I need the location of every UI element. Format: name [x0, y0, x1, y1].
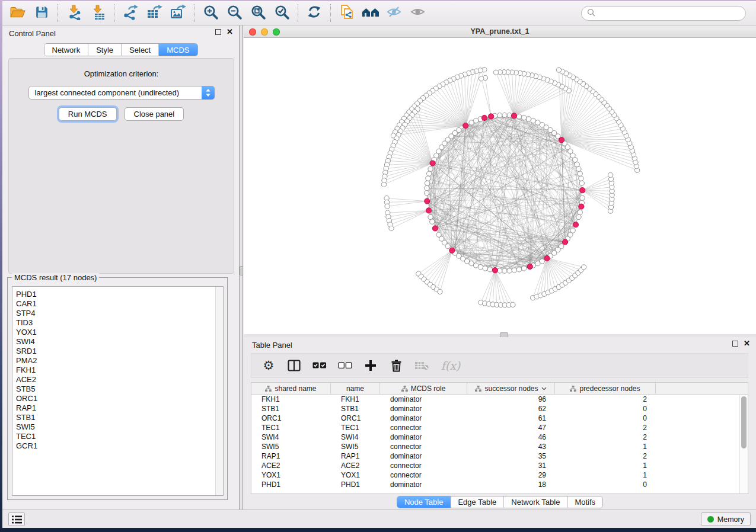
import-table-button[interactable]	[86, 3, 110, 23]
selected-option-label: largest connected component (undirected)	[35, 88, 180, 97]
function-builder-icon[interactable]: f(x)	[439, 358, 462, 373]
tab-style[interactable]: Style	[88, 44, 122, 56]
column-header-successor-nodes[interactable]: successor nodes	[467, 383, 555, 394]
add-icon[interactable]	[363, 358, 378, 373]
column-header-shared-name[interactable]: shared name	[251, 383, 331, 394]
refresh-icon	[307, 4, 322, 22]
mcds-result-item[interactable]: CAR1	[16, 299, 223, 309]
table-panel: Table Panel ✕ ⚙	[244, 337, 756, 509]
export-network-icon	[122, 4, 139, 23]
import-network-button[interactable]	[62, 3, 86, 23]
mcds-result-item[interactable]: PMA2	[16, 356, 223, 366]
duplicate-network-button[interactable]	[335, 3, 359, 23]
memory-button[interactable]: Memory	[701, 512, 751, 526]
close-panel-button[interactable]: Close panel	[125, 107, 184, 121]
mcds-result-item[interactable]: ACE2	[16, 375, 223, 384]
tab-mcds[interactable]: MCDS	[159, 44, 197, 56]
vertical-splitter-handle[interactable]	[240, 266, 243, 275]
table-row[interactable]: ORC1 ORC1 dominator 61 0	[251, 414, 748, 423]
table-row[interactable]: YOX1 YOX1 connector 29 1	[251, 470, 748, 480]
zoom-out-button[interactable]	[222, 3, 246, 23]
close-panel-icon[interactable]: ✕	[227, 29, 233, 35]
table-row[interactable]: SWI4 SWI4 dominator 46 2	[251, 432, 748, 442]
mcds-result-item[interactable]: SWI5	[16, 422, 223, 432]
show-all-button[interactable]	[406, 3, 430, 23]
column-header-mcds-role[interactable]: MCDS role	[380, 383, 467, 394]
mcds-result-item[interactable]: RAP1	[16, 403, 223, 413]
vertical-splitter[interactable]	[240, 25, 243, 509]
network-canvas[interactable]	[244, 38, 756, 334]
float-panel-icon[interactable]	[215, 29, 221, 35]
export-table-button[interactable]	[142, 3, 166, 23]
column-header-predecessor-nodes[interactable]: predecessor nodes	[555, 383, 656, 394]
cell-mcds-role: dominator	[380, 480, 467, 489]
cell-predecessor-nodes: 1	[555, 461, 656, 470]
tab-motifs[interactable]: Motifs	[567, 496, 602, 508]
delete-icon[interactable]	[388, 358, 404, 373]
table-row[interactable]: SWI5 SWI5 connector 43 1	[251, 442, 748, 451]
refresh-button[interactable]	[302, 3, 326, 23]
table-scrollbar[interactable]	[739, 395, 748, 493]
mcds-result-list: PHD1CAR1STP4TID3YOX1SWI4SRD1PMA2FKH1ACE2…	[12, 286, 224, 496]
select-all-icon[interactable]	[312, 358, 327, 373]
table-row[interactable]: RAP1 RAP1 dominator 35 2	[251, 451, 748, 461]
export-image-button[interactable]	[166, 3, 190, 23]
table-scrollbar-thumb[interactable]	[741, 396, 747, 448]
table-row[interactable]: ACE2 ACE2 connector 31 1	[251, 461, 748, 470]
tab-node-table[interactable]: Node Table	[397, 496, 451, 508]
first-neighbors-button[interactable]	[359, 3, 382, 23]
maximize-window-icon[interactable]	[273, 28, 280, 36]
delete-table-icon[interactable]	[414, 358, 429, 373]
minimize-window-icon[interactable]	[261, 28, 268, 36]
attribute-icon	[570, 386, 576, 392]
float-panel-icon[interactable]	[732, 341, 738, 347]
run-mcds-button[interactable]: Run MCDS	[59, 107, 117, 121]
task-history-button[interactable]	[8, 512, 25, 526]
optimization-criterion-select[interactable]: largest connected component (undirected)	[28, 86, 215, 100]
mcds-result-group: MCDS result (17 nodes) PHD1CAR1STP4TID3Y…	[7, 277, 228, 500]
cell-shared-name: ORC1	[251, 414, 331, 423]
tab-network-table[interactable]: Network Table	[504, 496, 567, 508]
tab-select[interactable]: Select	[122, 44, 159, 56]
zoom-fit-button[interactable]	[246, 3, 270, 23]
zoom-in-button[interactable]	[199, 3, 222, 23]
close-panel-icon[interactable]: ✕	[744, 341, 750, 347]
save-button[interactable]	[30, 3, 53, 23]
zoom-selected-icon	[274, 4, 290, 23]
mcds-result-item[interactable]: GCR1	[16, 441, 223, 451]
mcds-result-item[interactable]: YOX1	[16, 328, 223, 337]
mcds-result-item[interactable]: STP4	[16, 309, 223, 318]
hide-selected-button[interactable]	[382, 3, 406, 23]
mcds-result-item[interactable]: STB5	[16, 384, 223, 394]
cell-successor-nodes: 35	[467, 451, 555, 461]
mcds-result-item[interactable]: SRD1	[16, 347, 223, 356]
mcds-result-item[interactable]: TID3	[16, 318, 223, 328]
control-panel-tabs: Network Style Select MCDS	[43, 43, 197, 56]
table-row[interactable]: STB1 STB1 dominator 62 0	[251, 404, 748, 414]
search-input[interactable]	[599, 9, 745, 18]
mcds-result-item[interactable]: TEC1	[16, 432, 223, 441]
open-button[interactable]	[6, 3, 30, 23]
search-field[interactable]	[581, 6, 746, 21]
column-header-name[interactable]: name	[331, 383, 380, 394]
mcds-result-item[interactable]: FKH1	[16, 366, 223, 375]
table-row[interactable]: PHD1 PHD1 dominator 18 0	[251, 480, 748, 489]
deselect-all-icon[interactable]	[337, 358, 353, 373]
cell-name: PHD1	[331, 480, 380, 489]
network-graph	[244, 38, 756, 334]
result-list-scrollbar[interactable]	[215, 287, 223, 495]
network-window-title: YPA_prune.txt_1	[244, 25, 756, 38]
zoom-selected-button[interactable]	[270, 3, 294, 23]
mcds-result-item[interactable]: SWI4	[16, 337, 223, 347]
table-row[interactable]: FKH1 FKH1 dominator 96 2	[251, 395, 748, 404]
columns-icon[interactable]	[286, 358, 302, 373]
export-network-button[interactable]	[119, 3, 142, 23]
mcds-result-item[interactable]: STB1	[16, 413, 223, 422]
close-window-icon[interactable]	[249, 28, 256, 36]
tab-edge-table[interactable]: Edge Table	[451, 496, 504, 508]
gear-icon[interactable]: ⚙	[261, 358, 276, 373]
mcds-result-item[interactable]: PHD1	[16, 290, 223, 299]
table-row[interactable]: TEC1 TEC1 connector 47 2	[251, 423, 748, 432]
tab-network[interactable]: Network	[44, 44, 88, 56]
mcds-result-item[interactable]: ORC1	[16, 394, 223, 403]
